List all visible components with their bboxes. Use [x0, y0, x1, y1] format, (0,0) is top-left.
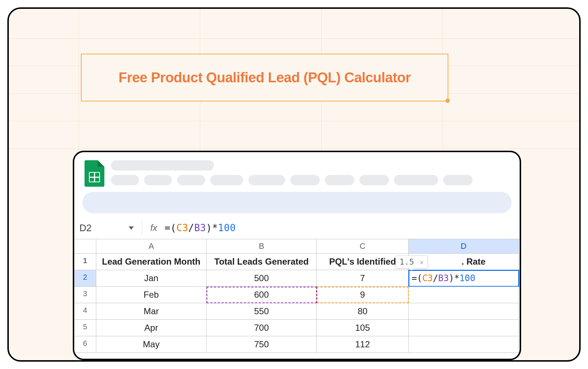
- cell[interactable]: Apr: [96, 320, 207, 336]
- table-row[interactable]: 5 Apr 700 105: [74, 320, 520, 336]
- cell[interactable]: [409, 320, 519, 336]
- title-banner: Free Product Qualified Lead (PQL) Calcul…: [81, 54, 448, 101]
- selection-handle[interactable]: [445, 98, 450, 103]
- col-header-a[interactable]: A: [96, 239, 207, 254]
- cell[interactable]: 105: [317, 320, 409, 336]
- column-headers[interactable]: A B C D: [74, 239, 520, 254]
- cell[interactable]: Jan: [96, 270, 207, 287]
- table-row[interactable]: 6 May 750 112: [74, 336, 520, 353]
- formula-bar[interactable]: D2 fx =(C3/B3)*100: [76, 213, 520, 239]
- name-box[interactable]: D2: [76, 222, 123, 234]
- cell[interactable]: [409, 336, 519, 353]
- divider: [142, 221, 142, 235]
- cell[interactable]: 112: [317, 336, 409, 353]
- formula-result-tooltip: 1.5 ×: [395, 255, 428, 268]
- col-header-d[interactable]: D: [409, 239, 519, 254]
- table-row[interactable]: 1 Lead Generation Month Total Leads Gene…: [74, 254, 520, 270]
- fx-icon: fx: [150, 223, 159, 233]
- header-cell[interactable]: Total Leads Generated: [207, 254, 317, 270]
- spreadsheet[interactable]: A B C D 1 Lead Generation Month Total Le…: [74, 239, 520, 353]
- chevron-down-icon[interactable]: [129, 226, 134, 230]
- cell[interactable]: Mar: [96, 303, 207, 320]
- col-header-b[interactable]: B: [207, 239, 317, 254]
- cell[interactable]: 750: [207, 336, 317, 353]
- table-row[interactable]: 3 Feb 600 9: [74, 287, 520, 303]
- close-icon: ×: [420, 258, 424, 266]
- active-cell[interactable]: 1.5 × =(C3/B3)*100: [409, 270, 519, 287]
- row-number[interactable]: 6: [74, 336, 96, 353]
- page-frame: Free Product Qualified Lead (PQL) Calcul…: [7, 7, 581, 362]
- header-cell[interactable]: Lead Generation Month: [96, 254, 207, 270]
- select-all-corner[interactable]: [74, 239, 96, 254]
- sheets-header: [74, 152, 520, 187]
- cell[interactable]: 550: [207, 303, 317, 320]
- col-header-c[interactable]: C: [317, 239, 409, 254]
- row-number[interactable]: 5: [74, 320, 96, 336]
- cell[interactable]: 600: [207, 287, 317, 303]
- formula-input[interactable]: =(C3/B3)*100: [165, 222, 236, 233]
- row-number[interactable]: 2: [74, 270, 96, 287]
- cell[interactable]: 80: [317, 303, 409, 320]
- table-row[interactable]: 4 Mar 550 80: [74, 303, 520, 320]
- cell[interactable]: Feb: [96, 287, 207, 303]
- row-number[interactable]: 3: [74, 287, 96, 303]
- sheets-window: D2 fx =(C3/B3)*100 A B C D 1 Lead Genera…: [73, 151, 521, 360]
- cell[interactable]: May: [96, 336, 207, 353]
- cell[interactable]: [409, 303, 519, 320]
- toolbar-skeleton: [82, 192, 512, 213]
- cell[interactable]: [409, 287, 519, 303]
- sheets-app-icon: [85, 160, 104, 187]
- header-skeleton: [111, 160, 509, 185]
- cell[interactable]: 700: [207, 320, 317, 336]
- cell[interactable]: 9: [317, 287, 409, 303]
- table-row[interactable]: 2 Jan 500 7 1.5 × =(C3/B3)*100: [74, 270, 520, 287]
- cell[interactable]: 7: [317, 270, 409, 287]
- page-title: Free Product Qualified Lead (PQL) Calcul…: [118, 70, 410, 86]
- header-cell[interactable]: PQL's Identified: [317, 254, 409, 270]
- row-number[interactable]: 1: [74, 254, 96, 270]
- row-number[interactable]: 4: [74, 303, 96, 320]
- cell[interactable]: 500: [207, 270, 317, 287]
